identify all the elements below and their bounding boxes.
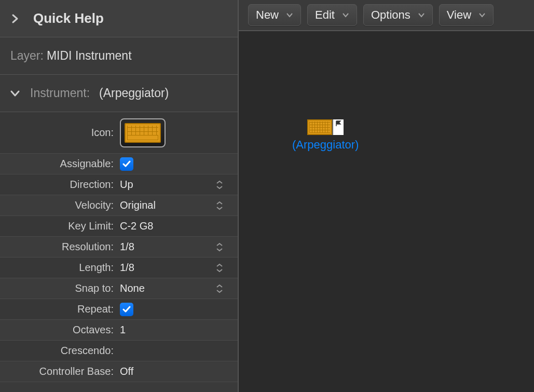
edit-menu[interactable]: Edit (307, 4, 357, 26)
prop-direction-row: Direction: Up (0, 174, 238, 195)
prop-snapto-label: Snap to: (0, 282, 117, 294)
disclosure-down-icon[interactable] (9, 88, 21, 99)
layer-label: Layer: (10, 49, 44, 63)
prop-icon-row: Icon: (0, 112, 238, 154)
prop-octaves-row: Octaves: 1 (0, 320, 238, 341)
velocity-stepper[interactable] (216, 201, 225, 210)
prop-controllerbase-label: Controller Base: (0, 366, 117, 377)
object-icon-row (307, 119, 344, 135)
environment-canvas[interactable]: (Arpeggiator) (239, 31, 534, 392)
keyboard-icon (125, 123, 161, 143)
prop-assignable-label: Assignable: (0, 158, 117, 170)
prop-snapto-row: Snap to: None (0, 278, 238, 299)
keyboard-icon (307, 119, 332, 135)
view-menu[interactable]: View (439, 4, 494, 26)
property-list: Icon: Assignable: Direction: Up (0, 112, 238, 392)
quick-help-header: Quick Help (0, 0, 238, 37)
chevron-down-icon (478, 12, 486, 18)
prop-length-label: Length: (0, 262, 117, 274)
prop-repeat-label: Repeat: (0, 303, 117, 315)
main-panel: New Edit Options View (239, 0, 534, 392)
layer-value[interactable]: MIDI Instrument (47, 49, 132, 63)
prop-keylimit-label: Key Limit: (0, 220, 117, 232)
direction-stepper[interactable] (216, 180, 225, 190)
prop-keylimit-row: Key Limit: C-2 G8 (0, 216, 238, 237)
output-flag-icon[interactable] (332, 119, 344, 135)
arpeggiator-object[interactable]: (Arpeggiator) (292, 119, 359, 152)
prop-octaves-value[interactable]: 1 (117, 324, 238, 336)
assignable-checkbox[interactable] (120, 157, 133, 171)
chevron-down-icon (418, 12, 425, 18)
prop-resolution-label: Resolution: (0, 241, 117, 253)
prop-icon-label: Icon: (0, 127, 117, 139)
length-stepper[interactable] (216, 263, 225, 273)
inspector-panel: Quick Help Layer: MIDI Instrument Instru… (0, 0, 239, 392)
prop-velocity-row: Velocity: Original (0, 195, 238, 216)
icon-picker[interactable] (120, 118, 166, 147)
prop-velocity-label: Velocity: (0, 199, 117, 211)
prop-controllerbase-row: Controller Base: Off (0, 361, 238, 382)
chevron-down-icon (286, 12, 293, 18)
prop-assignable-row: Assignable: (0, 154, 238, 174)
toolbar: New Edit Options View (239, 0, 534, 31)
instrument-value[interactable]: (Arpeggiator) (99, 86, 169, 100)
options-menu[interactable]: Options (363, 4, 433, 26)
quick-help-title: Quick Help (33, 10, 104, 26)
prop-octaves-label: Octaves: (0, 324, 117, 336)
prop-crescendo-label: Crescendo: (0, 345, 117, 357)
object-label[interactable]: (Arpeggiator) (292, 138, 359, 152)
resolution-stepper[interactable] (216, 242, 225, 252)
snapto-stepper[interactable] (216, 284, 225, 293)
instrument-row: Instrument: (Arpeggiator) (0, 75, 238, 112)
new-menu[interactable]: New (248, 4, 301, 26)
edit-label: Edit (315, 8, 335, 22)
prop-direction-label: Direction: (0, 179, 117, 191)
repeat-checkbox[interactable] (120, 303, 133, 316)
disclosure-right-icon[interactable] (9, 13, 21, 24)
chevron-down-icon (342, 12, 349, 18)
prop-keylimit-value[interactable]: C-2 G8 (117, 220, 238, 232)
view-label: View (447, 8, 471, 22)
prop-length-row: Length: 1/8 (0, 258, 238, 278)
prop-crescendo-row: Crescendo: (0, 341, 238, 361)
new-label: New (256, 8, 279, 22)
prop-repeat-row: Repeat: (0, 299, 238, 320)
prop-controllerbase-value[interactable]: Off (117, 366, 238, 377)
layer-row: Layer: MIDI Instrument (0, 37, 238, 75)
options-label: Options (371, 8, 410, 22)
instrument-label: Instrument: (30, 86, 90, 100)
prop-resolution-row: Resolution: 1/8 (0, 237, 238, 258)
